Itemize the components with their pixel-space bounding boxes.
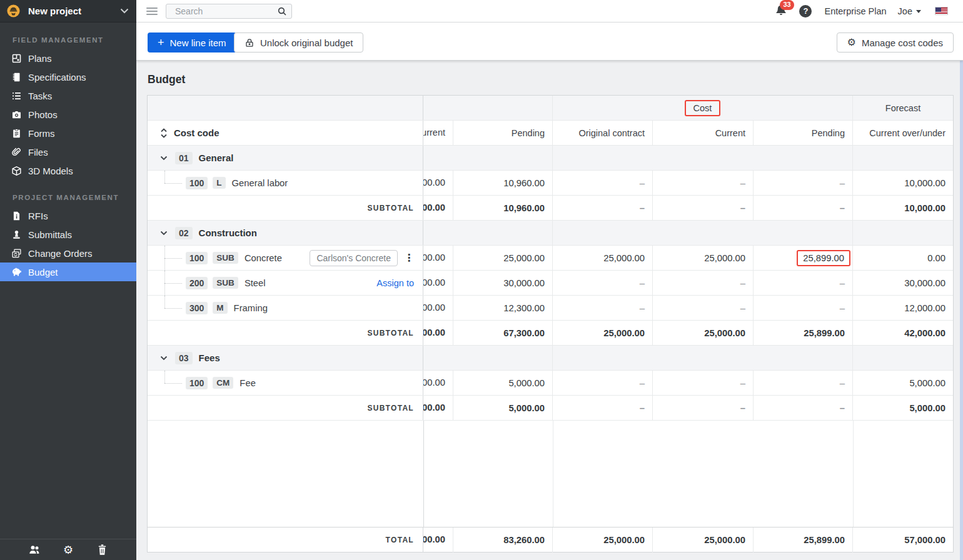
unlock-original-budget-button[interactable]: Unlock original budget (234, 32, 363, 52)
subtotal-pending-cost: – (754, 396, 853, 420)
column-header-current-over-under: Current over/under (853, 121, 953, 145)
value-cell-original-contract[interactable]: – (553, 296, 653, 320)
section-row-construction[interactable]: 02 Construction (148, 221, 953, 246)
sidebar-item-label: Plans (28, 53, 52, 64)
value-cell-current[interactable]: – (653, 171, 754, 195)
subtotal-pending-cost: – (754, 196, 853, 220)
sidebar-item-photos[interactable]: Photos (0, 105, 136, 124)
chevron-down-icon[interactable] (160, 231, 168, 236)
value-cell-original-contract[interactable]: – (553, 171, 653, 195)
budget-table: Cost Forecast Cost code urrent Pending O… (147, 95, 954, 552)
chevron-down-icon (120, 8, 129, 14)
section-empty-cell (423, 221, 553, 245)
value-cell-pending-cost[interactable]: – (754, 371, 853, 395)
tree-line (164, 283, 182, 284)
value-cell-pending[interactable]: 12,300.00 (453, 296, 553, 320)
column-header-cost-code: Cost code (174, 128, 219, 138)
project-selector[interactable]: New project (0, 0, 136, 22)
sidebar-item-submittals[interactable]: Submittals (0, 225, 136, 244)
new-line-item-button[interactable]: + New line item (148, 32, 236, 52)
value-cell-current[interactable]: – (653, 371, 754, 395)
sidebar-item-rfis[interactable]: RFIs (0, 206, 136, 225)
help-icon[interactable]: ? (799, 5, 812, 18)
value-cell-pending[interactable]: 5,000.00 (453, 371, 553, 395)
value-cell-over-under[interactable]: 5,000.00 (853, 371, 953, 395)
assign-to-link[interactable]: Assign to (376, 278, 414, 288)
value-cell-over-under[interactable]: 10,000.00 (853, 171, 953, 195)
value-cell-pending[interactable]: 25,000.00 (453, 246, 553, 270)
value-cell-original-contract[interactable]: 25,000.00 (553, 246, 653, 270)
subtotal-current-partial: 000.00 (423, 196, 453, 220)
value-cell-pending-cost[interactable]: – (754, 296, 853, 320)
notifications-bell-icon[interactable]: 33 (774, 4, 789, 19)
chevron-down-icon[interactable] (160, 156, 168, 161)
gear-icon[interactable]: ⚙ (62, 544, 74, 556)
tree-line (164, 371, 165, 383)
trash-icon[interactable] (96, 544, 108, 556)
sidebar-item-specifications[interactable]: Specifications (0, 68, 136, 86)
value-cell-pending-cost[interactable]: – (754, 271, 853, 295)
chevron-down-icon[interactable] (160, 356, 168, 361)
section-label-project-management: PROJECT MANAGEMENT (0, 194, 136, 201)
section-row-fees[interactable]: 03 Fees (148, 346, 953, 371)
value-cell-current-partial[interactable]: 000.00 (423, 371, 453, 395)
value-cell-current[interactable]: 25,000.00 (653, 246, 754, 270)
total-row: TOTAL 000.00 83,260.00 25,000.00 25,000.… (148, 528, 953, 552)
subtotal-original-contract: – (553, 196, 653, 220)
value-cell-pending-cost[interactable]: – (754, 171, 853, 195)
section-empty-cell (553, 221, 853, 245)
sidebar-item-budget[interactable]: Budget (0, 262, 136, 281)
line-item-row-concrete: 100 SUB Concrete Carlson's Concrete ⋮ 00… (148, 246, 953, 271)
subtotal-pending: 10,960.00 (453, 196, 553, 220)
sidebar-item-change-orders[interactable]: Change Orders (0, 244, 136, 262)
value-cell-current[interactable]: – (653, 296, 754, 320)
hamburger-menu-icon[interactable] (146, 6, 158, 17)
tree-line (164, 383, 182, 384)
sidebar-item-plans[interactable]: Plans (0, 49, 136, 68)
column-header-current: Current (653, 121, 754, 145)
item-type-badge: L (213, 177, 225, 189)
search-input[interactable] (166, 4, 292, 19)
sidebar-item-files[interactable]: Files (0, 142, 136, 161)
section-row-general[interactable]: 01 General (148, 146, 953, 171)
value-cell-current-partial[interactable]: 000.00 (423, 246, 453, 270)
section-empty-cell (853, 146, 953, 170)
value-cell-over-under[interactable]: 0.00 (853, 246, 953, 270)
value-cell-current-partial[interactable]: 000.00 (423, 171, 453, 195)
user-menu[interactable]: Joe (898, 6, 921, 16)
value-cell-current-partial[interactable]: 000.00 (423, 271, 453, 295)
sort-icon[interactable] (160, 128, 168, 139)
people-icon[interactable] (28, 544, 41, 556)
section-empty-cell (423, 146, 553, 170)
sidebar-item-tasks[interactable]: Tasks (0, 86, 136, 105)
value-cell-original-contract[interactable]: – (553, 271, 653, 295)
value-cell-current-partial[interactable]: 000.00 (423, 296, 453, 320)
value-cell-pending[interactable]: 10,960.00 (453, 171, 553, 195)
value-highlight-box: 25,899.00 (797, 250, 850, 266)
manage-cost-codes-button[interactable]: ⚙ Manage cost codes (837, 32, 954, 52)
section-code-badge: 03 (175, 352, 193, 364)
subtotal-over-under: 5,000.00 (853, 396, 953, 420)
section-label-field-management: FIELD MANAGEMENT (0, 36, 136, 44)
value-cell-pending-cost[interactable]: 25,899.00 (754, 246, 853, 270)
section-empty-cell (553, 346, 853, 370)
item-code-badge: 100 (186, 177, 208, 189)
search-icon[interactable] (277, 6, 287, 16)
sidebar-item-forms[interactable]: Forms (0, 124, 136, 142)
kebab-menu-icon[interactable]: ⋮ (404, 253, 414, 263)
item-code-badge: 100 (186, 377, 208, 389)
group-header-empty (148, 96, 423, 120)
assignee-chip[interactable]: Carlson's Concrete (310, 250, 398, 266)
value-cell-pending[interactable]: 30,000.00 (453, 271, 553, 295)
files-icon (11, 147, 22, 158)
group-header-budget-partial (423, 96, 553, 120)
sidebar-item-3d-models[interactable]: 3D Models (0, 161, 136, 180)
value-cell-original-contract[interactable]: – (553, 371, 653, 395)
value-cell-over-under[interactable]: 30,000.00 (853, 271, 953, 295)
us-flag-icon[interactable] (935, 7, 948, 15)
vertical-scrollbar[interactable] (960, 61, 963, 560)
value-cell-current[interactable]: – (653, 271, 754, 295)
tree-line (164, 183, 182, 184)
change-orders-icon (11, 248, 22, 259)
value-cell-over-under[interactable]: 12,000.00 (853, 296, 953, 320)
